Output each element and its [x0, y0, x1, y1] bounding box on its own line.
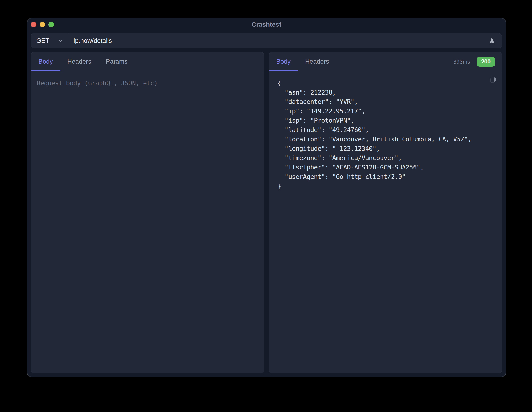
request-tab-headers[interactable]: Headers: [60, 52, 99, 71]
minimize-window-button[interactable]: [39, 22, 45, 27]
response-json: { "asn": 212238, "datacenter": "YVR", "i…: [269, 71, 502, 198]
copy-response-button[interactable]: [488, 75, 498, 84]
app-window: Crashtest GET Body Headers Params: [27, 18, 506, 377]
response-time: 393ms: [453, 58, 470, 65]
response-tab-headers[interactable]: Headers: [298, 52, 336, 71]
request-tabbar: Body Headers Params: [31, 52, 264, 71]
url-input[interactable]: [69, 33, 487, 48]
request-panel: Body Headers Params: [31, 52, 264, 373]
copy-icon: [489, 76, 497, 83]
response-tab-body[interactable]: Body: [269, 52, 298, 71]
window-title: Crashtest: [27, 19, 505, 31]
send-icon: [488, 37, 496, 45]
send-request-button[interactable]: [487, 35, 497, 46]
url-bar: GET: [31, 33, 502, 48]
titlebar: Crashtest: [27, 19, 505, 31]
response-body-area: { "asn": 212238, "datacenter": "YVR", "i…: [269, 71, 502, 373]
request-tab-body[interactable]: Body: [31, 52, 60, 71]
traffic-lights: [31, 22, 54, 27]
response-panel: Body Headers 393ms 200: [269, 52, 502, 373]
request-tab-params[interactable]: Params: [99, 52, 135, 71]
request-body-input[interactable]: [31, 71, 264, 373]
chevron-down-icon: [57, 38, 64, 44]
method-label: GET: [36, 37, 49, 45]
method-selector[interactable]: GET: [31, 33, 69, 48]
main-panels: Body Headers Params Body Headers 393ms 2…: [31, 52, 502, 373]
close-window-button[interactable]: [31, 22, 36, 27]
response-meta: 393ms 200: [453, 52, 502, 71]
response-tabbar: Body Headers 393ms 200: [269, 52, 502, 71]
status-badge: 200: [477, 57, 495, 66]
zoom-window-button[interactable]: [48, 22, 54, 27]
